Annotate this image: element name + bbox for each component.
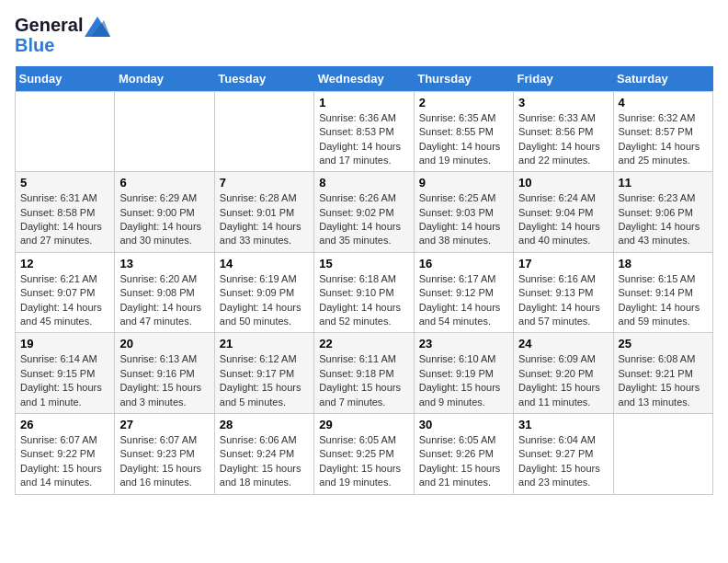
calendar-cell: 17Sunrise: 6:16 AM Sunset: 9:13 PM Dayli…	[514, 252, 613, 333]
day-header-monday: Monday	[115, 66, 214, 92]
calendar-cell	[613, 413, 712, 494]
day-info: Sunrise: 6:26 AM Sunset: 9:02 PM Dayligh…	[319, 191, 408, 248]
day-number: 26	[20, 418, 109, 431]
calendar-cell: 9Sunrise: 6:25 AM Sunset: 9:03 PM Daylig…	[414, 172, 513, 253]
day-number: 10	[518, 176, 608, 190]
day-info: Sunrise: 6:14 AM Sunset: 9:15 PM Dayligh…	[20, 352, 109, 409]
day-info: Sunrise: 6:18 AM Sunset: 9:10 PM Dayligh…	[319, 272, 408, 329]
calendar-cell: 8Sunrise: 6:26 AM Sunset: 9:02 PM Daylig…	[314, 172, 414, 253]
day-number: 13	[119, 257, 209, 270]
day-info: Sunrise: 6:29 AM Sunset: 9:00 PM Dayligh…	[119, 191, 209, 248]
day-info: Sunrise: 6:21 AM Sunset: 9:07 PM Dayligh…	[20, 272, 109, 329]
logo-blue: Blue	[15, 35, 110, 55]
day-number: 6	[119, 176, 209, 190]
day-info: Sunrise: 6:09 AM Sunset: 9:20 PM Dayligh…	[518, 352, 608, 409]
day-info: Sunrise: 6:24 AM Sunset: 9:04 PM Dayligh…	[518, 191, 608, 248]
calendar-cell: 15Sunrise: 6:18 AM Sunset: 9:10 PM Dayli…	[314, 252, 414, 333]
day-info: Sunrise: 6:32 AM Sunset: 8:57 PM Dayligh…	[619, 111, 708, 168]
day-number: 9	[419, 176, 508, 190]
calendar-cell: 10Sunrise: 6:24 AM Sunset: 9:04 PM Dayli…	[514, 172, 613, 253]
calendar-cell: 4Sunrise: 6:32 AM Sunset: 8:57 PM Daylig…	[613, 91, 712, 172]
day-number: 21	[220, 337, 309, 350]
day-number: 27	[119, 418, 209, 431]
calendar-cell	[16, 91, 115, 172]
calendar-cell: 26Sunrise: 6:07 AM Sunset: 9:22 PM Dayli…	[16, 413, 115, 494]
day-info: Sunrise: 6:04 AM Sunset: 9:27 PM Dayligh…	[518, 433, 608, 490]
day-info: Sunrise: 6:31 AM Sunset: 8:58 PM Dayligh…	[20, 191, 109, 248]
calendar-cell: 2Sunrise: 6:35 AM Sunset: 8:55 PM Daylig…	[414, 91, 513, 172]
calendar-cell	[214, 91, 313, 172]
day-number: 29	[319, 418, 408, 431]
calendar-week-4: 19Sunrise: 6:14 AM Sunset: 9:15 PM Dayli…	[16, 333, 713, 414]
calendar-cell: 27Sunrise: 6:07 AM Sunset: 9:23 PM Dayli…	[115, 413, 214, 494]
calendar-cell: 24Sunrise: 6:09 AM Sunset: 9:20 PM Dayli…	[514, 333, 613, 414]
day-header-wednesday: Wednesday	[314, 66, 414, 92]
day-number: 18	[619, 257, 708, 270]
day-header-friday: Friday	[514, 66, 613, 92]
day-info: Sunrise: 6:05 AM Sunset: 9:25 PM Dayligh…	[319, 433, 408, 490]
calendar-week-5: 26Sunrise: 6:07 AM Sunset: 9:22 PM Dayli…	[16, 413, 713, 494]
day-number: 22	[319, 337, 408, 350]
calendar-cell: 3Sunrise: 6:33 AM Sunset: 8:56 PM Daylig…	[514, 91, 613, 172]
day-number: 4	[619, 96, 708, 109]
calendar-cell: 11Sunrise: 6:23 AM Sunset: 9:06 PM Dayli…	[613, 172, 712, 253]
day-info: Sunrise: 6:36 AM Sunset: 8:53 PM Dayligh…	[319, 111, 408, 168]
day-number: 14	[220, 257, 309, 270]
day-number: 31	[518, 418, 608, 431]
day-number: 19	[20, 337, 109, 350]
day-info: Sunrise: 6:08 AM Sunset: 9:21 PM Dayligh…	[619, 352, 708, 409]
calendar-cell: 14Sunrise: 6:19 AM Sunset: 9:09 PM Dayli…	[214, 252, 313, 333]
calendar-cell: 6Sunrise: 6:29 AM Sunset: 9:00 PM Daylig…	[115, 172, 214, 253]
day-number: 30	[419, 418, 508, 431]
calendar-cell: 5Sunrise: 6:31 AM Sunset: 8:58 PM Daylig…	[16, 172, 115, 253]
calendar-header-row: SundayMondayTuesdayWednesdayThursdayFrid…	[16, 66, 713, 92]
day-info: Sunrise: 6:12 AM Sunset: 9:17 PM Dayligh…	[220, 352, 309, 409]
page-header: General Blue	[15, 15, 713, 55]
calendar-week-3: 12Sunrise: 6:21 AM Sunset: 9:07 PM Dayli…	[16, 252, 713, 333]
day-info: Sunrise: 6:16 AM Sunset: 9:13 PM Dayligh…	[518, 272, 608, 329]
day-info: Sunrise: 6:13 AM Sunset: 9:16 PM Dayligh…	[119, 352, 209, 409]
day-info: Sunrise: 6:23 AM Sunset: 9:06 PM Dayligh…	[619, 191, 708, 248]
day-info: Sunrise: 6:19 AM Sunset: 9:09 PM Dayligh…	[220, 272, 309, 329]
calendar-cell: 23Sunrise: 6:10 AM Sunset: 9:19 PM Dayli…	[414, 333, 513, 414]
calendar-cell: 7Sunrise: 6:28 AM Sunset: 9:01 PM Daylig…	[214, 172, 313, 253]
day-number: 11	[619, 176, 708, 190]
day-info: Sunrise: 6:15 AM Sunset: 9:14 PM Dayligh…	[619, 272, 708, 329]
calendar-table: SundayMondayTuesdayWednesdayThursdayFrid…	[15, 66, 713, 495]
day-number: 28	[220, 418, 309, 431]
day-number: 2	[419, 96, 508, 109]
day-number: 3	[518, 96, 608, 109]
calendar-week-1: 1Sunrise: 6:36 AM Sunset: 8:53 PM Daylig…	[16, 91, 713, 172]
day-number: 15	[319, 257, 408, 270]
calendar-cell: 20Sunrise: 6:13 AM Sunset: 9:16 PM Dayli…	[115, 333, 214, 414]
day-number: 24	[518, 337, 608, 350]
calendar-cell: 13Sunrise: 6:20 AM Sunset: 9:08 PM Dayli…	[115, 252, 214, 333]
day-number: 25	[619, 337, 708, 350]
day-info: Sunrise: 6:07 AM Sunset: 9:22 PM Dayligh…	[20, 433, 109, 490]
day-header-thursday: Thursday	[414, 66, 513, 92]
day-header-tuesday: Tuesday	[214, 66, 313, 92]
day-info: Sunrise: 6:06 AM Sunset: 9:24 PM Dayligh…	[220, 433, 309, 490]
day-info: Sunrise: 6:07 AM Sunset: 9:23 PM Dayligh…	[119, 433, 209, 490]
calendar-cell: 19Sunrise: 6:14 AM Sunset: 9:15 PM Dayli…	[16, 333, 115, 414]
day-info: Sunrise: 6:11 AM Sunset: 9:18 PM Dayligh…	[319, 352, 408, 409]
day-info: Sunrise: 6:25 AM Sunset: 9:03 PM Dayligh…	[419, 191, 508, 248]
day-number: 17	[518, 257, 608, 270]
day-info: Sunrise: 6:05 AM Sunset: 9:26 PM Dayligh…	[419, 433, 508, 490]
day-info: Sunrise: 6:33 AM Sunset: 8:56 PM Dayligh…	[518, 111, 608, 168]
calendar-cell: 28Sunrise: 6:06 AM Sunset: 9:24 PM Dayli…	[214, 413, 313, 494]
logo-text: General	[15, 15, 110, 37]
calendar-cell: 12Sunrise: 6:21 AM Sunset: 9:07 PM Dayli…	[16, 252, 115, 333]
logo: General Blue	[15, 15, 110, 55]
calendar-cell: 18Sunrise: 6:15 AM Sunset: 9:14 PM Dayli…	[613, 252, 712, 333]
calendar-cell: 31Sunrise: 6:04 AM Sunset: 9:27 PM Dayli…	[514, 413, 613, 494]
calendar-cell: 29Sunrise: 6:05 AM Sunset: 9:25 PM Dayli…	[314, 413, 414, 494]
day-number: 23	[419, 337, 508, 350]
calendar-week-2: 5Sunrise: 6:31 AM Sunset: 8:58 PM Daylig…	[16, 172, 713, 253]
calendar-cell: 30Sunrise: 6:05 AM Sunset: 9:26 PM Dayli…	[414, 413, 513, 494]
day-number: 20	[119, 337, 209, 350]
calendar-cell: 25Sunrise: 6:08 AM Sunset: 9:21 PM Dayli…	[613, 333, 712, 414]
day-number: 7	[220, 176, 309, 190]
day-info: Sunrise: 6:35 AM Sunset: 8:55 PM Dayligh…	[419, 111, 508, 168]
day-number: 16	[419, 257, 508, 270]
